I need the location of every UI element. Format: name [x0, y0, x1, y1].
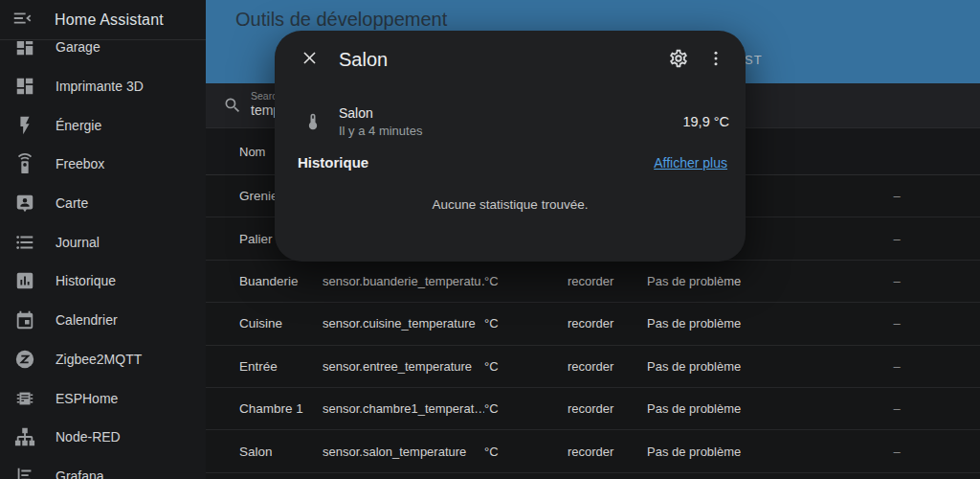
cell-action: – [858, 232, 935, 246]
sidebar-item-historique[interactable]: Historique [0, 262, 206, 301]
history-section-header: Historique Afficher plus [298, 154, 727, 171]
sidebar-item-label: Garage [56, 41, 100, 55]
search-icon [223, 96, 242, 115]
remote-icon [13, 152, 36, 175]
sidebar: Home Assistant Garage Imprimante 3D Éner… [0, 0, 206, 479]
chart-box-icon [13, 269, 36, 292]
account-badge-icon [13, 192, 36, 215]
list-icon [13, 231, 36, 254]
more-menu-button[interactable] [700, 40, 732, 79]
cell-entity: sensor.chambre1_temperat… [323, 401, 484, 416]
entity-state-row[interactable]: Salon Il y a 4 minutes 19,9 °C [303, 105, 729, 138]
show-more-link[interactable]: Afficher plus [654, 155, 727, 171]
sidebar-item-calendrier[interactable]: Calendrier [0, 301, 206, 340]
dialog-header: Salon [275, 31, 746, 88]
close-icon [301, 49, 319, 70]
page-title: Outils de développement [235, 9, 447, 31]
sidebar-header: Home Assistant [0, 0, 206, 40]
cell-unit: °C [484, 316, 568, 331]
cell-issue: Pas de problème [647, 359, 858, 374]
settings-button[interactable] [657, 40, 700, 79]
entity-text: Salon Il y a 4 minutes [339, 105, 422, 138]
sidebar-item-label: Calendrier [56, 312, 118, 328]
calendar-icon [13, 308, 36, 331]
cell-issue: Pas de problème [647, 445, 858, 459]
sidebar-item-label: Énergie [56, 118, 101, 133]
table-row[interactable]: Chambre 1 sensor.chambre1_temperat… °C r… [206, 388, 980, 430]
gear-icon [668, 48, 689, 72]
tab-fragment[interactable]: ST [745, 53, 763, 67]
cell-name: Buanderie [239, 274, 323, 288]
sidebar-item-label: Freebox [56, 156, 104, 171]
dialog-title: Salon [339, 49, 657, 71]
sidebar-item-garage[interactable]: Garage [0, 41, 206, 67]
cell-issue: Pas de problème [647, 316, 858, 331]
cell-action: – [858, 359, 935, 374]
sidebar-item-label: Historique [56, 273, 116, 288]
app-root: Home Assistant Garage Imprimante 3D Éner… [0, 0, 980, 479]
menu-toggle-button[interactable] [0, 0, 44, 40]
table-row[interactable]: Buanderie sensor.buanderie_temperatu… °C… [206, 261, 980, 303]
sidebar-item-energie[interactable]: Énergie [0, 105, 206, 145]
sidebar-item-label: Grafana [56, 468, 104, 479]
history-empty-message: Aucune statistique trouvée. [275, 197, 746, 212]
cell-entity: sensor.cuisine_temperature [323, 316, 484, 331]
table-row[interactable]: Cuisine sensor.cuisine_temperature °C re… [206, 303, 980, 345]
sidebar-item-label: ESPHome [56, 391, 118, 406]
sidebar-item-node-red[interactable]: Node-RED [0, 418, 206, 457]
sidebar-nav: Garage Imprimante 3D Énergie Freebox Car… [0, 41, 206, 479]
sidebar-item-freebox[interactable]: Freebox [0, 145, 206, 184]
cell-action: – [858, 401, 935, 416]
sidebar-item-carte[interactable]: Carte [0, 184, 206, 223]
sidebar-item-imprimante-3d[interactable]: Imprimante 3D [0, 67, 206, 106]
cell-action: – [858, 316, 935, 331]
cell-unit: °C [484, 359, 568, 374]
cell-source: recorder [568, 401, 647, 416]
sidebar-item-journal[interactable]: Journal [0, 222, 206, 262]
sidebar-item-esphome[interactable]: ESPHome [0, 378, 206, 418]
cell-name: Salon [239, 445, 323, 459]
cell-issue: Pas de problème [647, 274, 858, 288]
flash-icon [13, 114, 36, 137]
entity-last-updated: Il y a 4 minutes [339, 124, 422, 138]
sidebar-item-label: Imprimante 3D [56, 79, 144, 94]
cell-entity: sensor.entree_temperature [323, 359, 484, 374]
cell-source: recorder [568, 359, 647, 374]
entity-name: Salon [339, 105, 422, 121]
cell-action: – [858, 274, 935, 288]
cell-entity: sensor.salon_temperature [323, 445, 484, 459]
close-button[interactable] [290, 40, 328, 79]
cell-action: – [858, 445, 935, 459]
cell-unit: °C [484, 274, 568, 288]
dashboard-icon [13, 75, 36, 98]
sidebar-item-label: Node-RED [56, 429, 121, 445]
sidebar-item-grafana[interactable]: Grafana [0, 457, 206, 479]
cell-source: recorder [568, 445, 647, 459]
dashboard-icon [13, 41, 36, 58]
cell-name: Entrée [239, 359, 323, 374]
menu-open-icon [11, 8, 33, 32]
entity-dialog: Salon Salon Il y a 4 minutes 19,9 °C His… [275, 31, 746, 262]
sidebar-item-label: Zigbee2MQTT [56, 352, 142, 367]
sidebar-item-label: Journal [56, 235, 100, 250]
zigbee-icon [13, 348, 36, 371]
cell-unit: °C [484, 401, 568, 416]
cell-source: recorder [568, 274, 647, 288]
sidebar-item-label: Carte [56, 195, 88, 211]
history-heading: Historique [298, 154, 368, 171]
thermometer-icon [303, 111, 323, 132]
cell-name: Cuisine [239, 316, 323, 331]
sidebar-item-zigbee2mqtt[interactable]: Zigbee2MQTT [0, 340, 206, 379]
cell-action: – [858, 189, 935, 203]
cell-issue: Pas de problème [647, 401, 858, 416]
cell-entity: sensor.buanderie_temperatu… [323, 274, 484, 288]
entity-state-value: 19,9 °C [682, 114, 729, 129]
cell-unit: °C [484, 445, 568, 459]
chip-icon [13, 387, 36, 410]
app-title: Home Assistant [55, 11, 164, 29]
table-row[interactable]: Salon sensor.salon_temperature °C record… [206, 430, 980, 472]
cell-source: recorder [568, 316, 647, 331]
table-row[interactable]: Entrée sensor.entree_temperature °C reco… [206, 346, 980, 388]
dots-vertical-icon [706, 49, 725, 71]
sitemap-icon [13, 425, 36, 448]
